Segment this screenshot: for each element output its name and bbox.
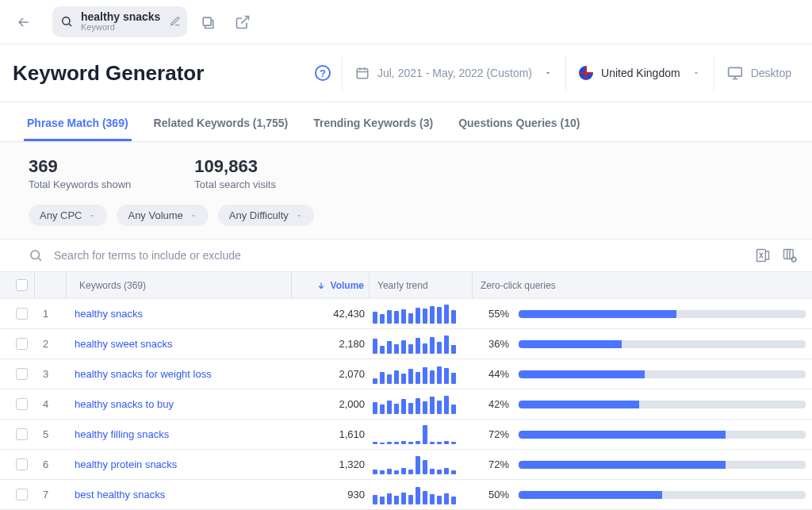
col-trend[interactable]: Yearly trend (370, 272, 473, 298)
open-external-button[interactable] (228, 8, 257, 36)
excel-icon (755, 247, 771, 263)
zcq-percent: 44% (481, 368, 509, 380)
filter-cpc[interactable]: Any CPC (29, 205, 107, 226)
stat-total-keywords-label: Total Keywords shown (29, 178, 131, 190)
row-index: 4 (35, 398, 67, 410)
table-row: 7best healthy snacks93050% (0, 480, 812, 510)
search-icon (29, 248, 43, 263)
columns-gear-icon (782, 247, 798, 263)
svg-rect-1 (204, 17, 212, 25)
keyword-link[interactable]: healthy sweet snacks (75, 338, 173, 350)
desktop-icon (727, 65, 743, 81)
table-settings-button[interactable] (782, 247, 798, 263)
country-label: United Kingdom (601, 67, 680, 79)
col-keywords[interactable]: Keywords (369) (67, 272, 292, 298)
row-checkbox[interactable] (16, 458, 28, 470)
zero-click-cell: 42% (473, 398, 806, 410)
stat-total-visits: 109,863 (194, 156, 276, 177)
volume-value: 2,070 (292, 368, 370, 380)
device-label: Desktop (751, 67, 791, 79)
filter-cpc-label: Any CPC (40, 209, 82, 221)
row-checkbox[interactable] (16, 338, 28, 350)
keyword-link[interactable]: healthy filling snacks (75, 428, 169, 440)
zero-click-cell: 50% (473, 489, 806, 500)
filter-difficulty-label: Any Difficulty (229, 209, 289, 221)
row-index: 1 (35, 308, 67, 320)
row-checkbox[interactable] (16, 308, 28, 320)
chevron-down-icon (88, 212, 96, 220)
row-index: 3 (35, 368, 67, 380)
back-button[interactable] (10, 8, 38, 36)
keyword-link[interactable]: healthy snacks to buy (75, 398, 174, 410)
zero-click-cell: 72% (473, 428, 806, 440)
row-checkbox[interactable] (16, 428, 28, 440)
calendar-icon (355, 66, 370, 80)
filter-volume[interactable]: Any Volume (117, 205, 208, 226)
volume-value: 2,000 (292, 398, 370, 410)
keyword-link[interactable]: best healthy snacks (75, 489, 165, 500)
zcq-percent: 36% (481, 338, 509, 350)
sort-desc-icon (316, 281, 326, 290)
svg-rect-3 (728, 67, 741, 76)
zero-click-cell: 72% (473, 458, 806, 470)
volume-value: 930 (292, 489, 370, 500)
col-zcq[interactable]: Zero-click queries (473, 280, 806, 291)
keyword-link[interactable]: healthy snacks (75, 308, 143, 320)
tab-1[interactable]: Related Keywords (1,755) (151, 110, 292, 141)
keyword-link[interactable]: healthy snacks for weight loss (75, 368, 212, 380)
trend-sparkline (370, 365, 473, 384)
zero-click-cell: 44% (473, 368, 806, 380)
table-row: 3healthy snacks for weight loss2,07044% (0, 359, 812, 389)
svg-point-0 (63, 17, 70, 25)
svg-rect-2 (357, 69, 368, 79)
volume-value: 1,320 (292, 458, 370, 470)
trend-sparkline (370, 455, 473, 474)
stat-total-keywords: 369 (29, 156, 131, 177)
tab-3[interactable]: Questions Queries (10) (455, 110, 583, 141)
zcq-percent: 72% (481, 458, 509, 470)
row-index: 2 (35, 338, 67, 350)
table-row: 4healthy snacks to buy2,00042% (0, 389, 812, 420)
table-row: 1healthy snacks42,43055% (0, 299, 812, 329)
add-tab-button[interactable] (193, 8, 222, 36)
trend-sparkline (370, 395, 473, 414)
search-input[interactable] (52, 248, 385, 263)
filter-difficulty[interactable]: Any Difficulty (218, 205, 314, 226)
trend-sparkline (370, 305, 473, 324)
search-icon (60, 15, 73, 28)
row-checkbox[interactable] (16, 489, 28, 500)
help-button[interactable]: ? (315, 65, 331, 81)
external-link-icon (235, 14, 251, 30)
table-row: 2healthy sweet snacks2,18036% (0, 329, 812, 359)
keyword-link[interactable]: healthy protein snacks (75, 458, 177, 470)
svg-rect-6 (784, 250, 794, 259)
select-all-checkbox[interactable] (16, 279, 28, 291)
svg-point-4 (31, 251, 40, 259)
device-picker[interactable]: Desktop (714, 56, 804, 90)
zcq-percent: 42% (481, 398, 509, 410)
date-range-picker[interactable]: Jul, 2021 - May, 2022 (Custom) (342, 56, 565, 90)
chevron-down-icon (691, 68, 701, 78)
trend-sparkline (370, 335, 473, 354)
volume-value: 2,180 (292, 338, 370, 350)
zcq-percent: 72% (481, 428, 509, 440)
zero-click-cell: 36% (473, 338, 806, 350)
volume-value: 42,430 (292, 308, 370, 320)
tab-2[interactable]: Trending Keywords (3) (310, 110, 436, 141)
country-picker[interactable]: United Kingdom (565, 56, 714, 90)
row-index: 5 (35, 428, 67, 440)
pencil-icon[interactable] (170, 16, 181, 27)
row-checkbox[interactable] (16, 398, 28, 410)
keyword-term: healthy snacks (81, 11, 160, 23)
col-volume[interactable]: Volume (292, 272, 370, 298)
filter-volume-label: Any Volume (128, 209, 182, 221)
tab-0[interactable]: Phrase Match (369) (24, 110, 132, 141)
row-checkbox[interactable] (16, 368, 28, 380)
zcq-percent: 55% (481, 308, 509, 320)
keyword-chip[interactable]: healthy snacks Keyword (52, 6, 187, 36)
stat-total-visits-label: Total search visits (194, 178, 276, 190)
export-excel-button[interactable] (755, 247, 771, 263)
chevron-down-icon (190, 212, 197, 220)
tabs: Phrase Match (369)Related Keywords (1,75… (0, 102, 812, 142)
date-range-label: Jul, 2021 - May, 2022 (Custom) (377, 67, 532, 79)
